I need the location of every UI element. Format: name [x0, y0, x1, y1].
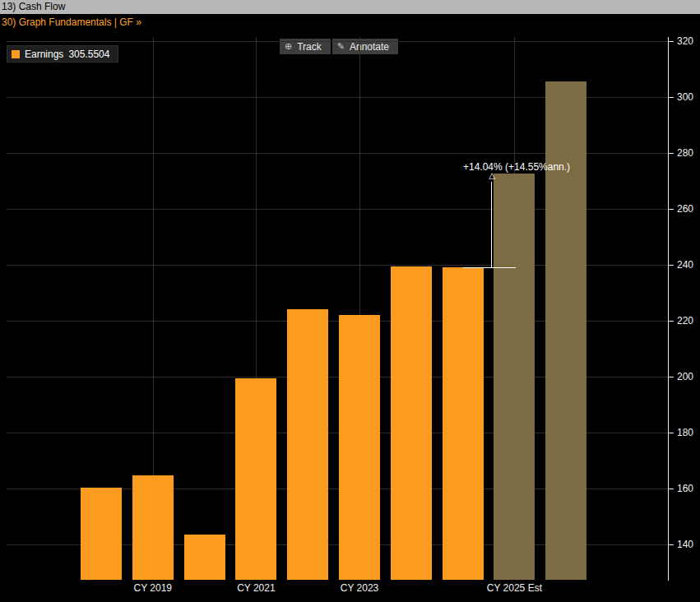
y-axis-tick	[669, 544, 674, 545]
y-axis-label: 280	[677, 147, 693, 159]
annotation-arrowhead-icon: △	[489, 172, 495, 180]
y-axis-tick	[669, 321, 674, 322]
y-axis-label: 200	[677, 371, 693, 382]
y-axis-label: 180	[677, 427, 693, 438]
earnings-bar-estimate[interactable]	[545, 81, 586, 580]
earnings-bar[interactable]	[81, 488, 122, 580]
y-axis-label: 140	[677, 539, 693, 550]
x-axis-label: CY 2023	[341, 582, 378, 594]
y-axis-tick	[669, 433, 674, 433]
y-axis-tick	[669, 97, 674, 98]
earnings-bar[interactable]	[443, 267, 484, 580]
y-axis-label: 300	[677, 91, 693, 103]
earnings-bar[interactable]	[391, 266, 432, 580]
y-axis-label: 240	[677, 259, 693, 271]
y-axis-label: 260	[677, 203, 693, 215]
gridline-horizontal	[7, 41, 668, 42]
y-axis-tick	[669, 209, 674, 210]
annotation-arrow-line	[491, 182, 492, 267]
y-axis-tick	[669, 153, 674, 154]
y-axis-label: 220	[677, 315, 693, 326]
earnings-bar[interactable]	[339, 315, 380, 580]
chart-plot-area: 140160180200220240260280300320CY 2019CY …	[0, 0, 700, 602]
x-axis-label: CY 2021	[237, 582, 275, 594]
x-axis-label: CY 2025 Est	[487, 582, 542, 594]
y-axis-tick	[669, 377, 674, 377]
earnings-bar[interactable]	[132, 475, 174, 580]
earnings-bar[interactable]	[235, 378, 276, 580]
y-axis-label: 160	[677, 483, 693, 494]
y-axis-tick	[669, 489, 674, 489]
y-axis-line	[668, 37, 669, 581]
earnings-bar[interactable]	[287, 309, 328, 580]
y-axis-label: 320	[677, 35, 693, 47]
y-axis-tick	[669, 41, 674, 42]
y-axis-tick	[669, 265, 674, 266]
annotation-text: +14.04% (+14.55%ann.)	[463, 161, 570, 173]
annotation-baseline	[463, 267, 516, 268]
x-axis-label: CY 2019	[134, 582, 172, 594]
earnings-bar-estimate[interactable]	[494, 174, 535, 580]
terminal-screen: 13) Cash Flow 30) Graph Fundamentals | G…	[0, 0, 700, 602]
earnings-bar[interactable]	[184, 535, 225, 580]
